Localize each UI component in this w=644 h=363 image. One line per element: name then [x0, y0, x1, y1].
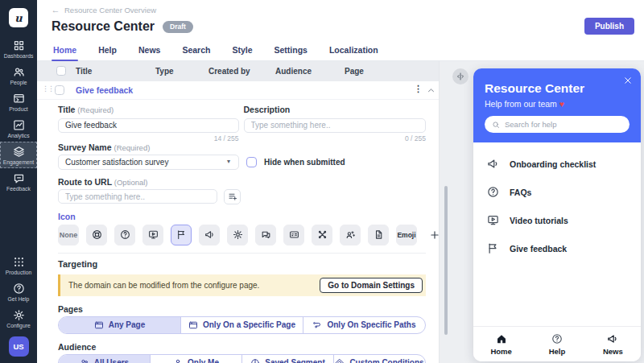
tab-news[interactable]: News [138, 39, 160, 60]
description-field-label: Description [244, 105, 427, 114]
sidebar-item-people[interactable]: People [0, 62, 37, 89]
icon-option-flag[interactable] [171, 225, 192, 245]
app: u Dashboards People Product Analytics En… [0, 0, 644, 363]
tab-localization[interactable]: Localization [329, 39, 378, 60]
route-add-button[interactable] [224, 189, 241, 204]
tab-search[interactable]: Search [182, 39, 210, 60]
row-title-link[interactable]: Give feedback [76, 85, 133, 95]
preview-item-faqs[interactable]: FAQs [473, 178, 641, 206]
icon-option-idcard[interactable] [283, 225, 304, 245]
preview-nav-home[interactable]: Home [473, 327, 529, 361]
sidebar-item-dashboards[interactable]: Dashboards [0, 35, 37, 62]
column-audience: Audience [275, 67, 312, 76]
drag-handle-icon[interactable]: ⋮⋮ [42, 85, 53, 93]
row-checkbox[interactable] [55, 85, 64, 95]
tab-bar: Home Help News Search Style Settings Loc… [37, 39, 644, 61]
tab-settings[interactable]: Settings [275, 39, 308, 60]
icon-option-lifebuoy[interactable] [86, 225, 107, 245]
audience-option-all-users[interactable]: All Users [59, 355, 150, 363]
pages-segmented-control: Any Page Only On a Specific Page Only On… [58, 316, 426, 334]
icon-option-people[interactable] [340, 225, 361, 245]
audience-option-saved-segment[interactable]: Saved Segment [242, 355, 333, 363]
publish-button[interactable]: Publish [584, 18, 634, 35]
sidebar-item-engagement[interactable]: Engagement [0, 142, 37, 168]
tab-home[interactable]: Home [53, 39, 76, 60]
icon-picker: None Emoji [58, 225, 426, 245]
audience-option-custom-conditions[interactable]: Custom Conditions [333, 355, 425, 363]
analytics-icon [13, 119, 25, 131]
sidebar-item-configure[interactable]: Configure [0, 305, 37, 332]
breadcrumb-label: Resource Center Overview [64, 6, 156, 14]
preview-nav-news[interactable]: News [585, 327, 641, 361]
question-circle-icon [487, 186, 499, 198]
pages-option-specific-page[interactable]: Only On a Specific Page [180, 317, 303, 333]
browser-icon [188, 320, 198, 330]
configure-icon [13, 309, 25, 321]
icon-option-gear[interactable] [227, 225, 248, 245]
lifebuoy-icon [92, 229, 102, 240]
get-help-icon [13, 283, 25, 295]
production-icon [13, 256, 25, 268]
sidebar-item-label: Production [6, 270, 32, 275]
icon-option-xbox[interactable] [312, 225, 332, 245]
product-icon [13, 93, 25, 105]
title-char-counter: 14 / 255 [58, 134, 239, 142]
domain-warning-text: The domain can be modified from the conf… [68, 281, 312, 290]
icon-option-document[interactable] [368, 225, 389, 245]
route-url-input[interactable] [58, 189, 217, 204]
go-to-domain-settings-button[interactable]: Go to Domain Settings [320, 278, 423, 293]
icon-option-video[interactable] [142, 225, 163, 245]
preview-search[interactable] [485, 116, 630, 133]
icon-option-megaphone[interactable] [199, 225, 220, 245]
diamond-icon [335, 358, 345, 363]
pages-label: Pages [58, 304, 426, 314]
preview-title: Resource Center [485, 81, 630, 96]
chat-bubbles-icon [261, 229, 271, 240]
icon-option-add[interactable] [424, 225, 440, 245]
preview-item-list: Onboarding checklist FAQs Video tutorial… [473, 142, 641, 270]
tab-style[interactable]: Style [232, 39, 252, 60]
sidebar-item-get-help[interactable]: Get Help [0, 278, 37, 305]
breadcrumb[interactable]: ← Resource Center Overview [52, 6, 156, 14]
icon-option-emoji[interactable]: Emoji [396, 225, 417, 245]
tab-help[interactable]: Help [98, 39, 117, 60]
select-all-checkbox[interactable] [56, 66, 66, 76]
people-icon [13, 66, 25, 78]
panel-resize-handle[interactable] [452, 68, 469, 85]
description-input[interactable] [244, 118, 427, 133]
audience-option-only-me[interactable]: Only Me [150, 355, 242, 363]
preview-search-input[interactable] [505, 120, 622, 129]
flag-icon [487, 242, 499, 254]
domain-warning-banner: The domain can be modified from the conf… [58, 274, 426, 296]
icon-option-none[interactable]: None [58, 225, 79, 245]
user-avatar[interactable]: US [9, 336, 29, 357]
hide-when-submitted-checkbox[interactable] [246, 157, 257, 167]
document-icon [374, 229, 384, 240]
megaphone-icon [487, 158, 499, 170]
pages-option-specific-paths[interactable]: Only On Specific Paths [303, 317, 425, 333]
pages-option-any-page[interactable]: Any Page [59, 317, 180, 333]
sidebar-item-label: Configure [6, 323, 30, 328]
preview-item-onboarding[interactable]: Onboarding checklist [473, 150, 641, 178]
preview-item-video-tutorials[interactable]: Video tutorials [473, 206, 641, 234]
row-menu-icon[interactable]: ⋮ [414, 85, 423, 93]
icon-option-chats[interactable] [255, 225, 276, 245]
title-input[interactable] [58, 118, 239, 133]
preview-item-give-feedback[interactable]: Give feedback [473, 234, 641, 262]
survey-select[interactable]: Customer satisfaction survey ▾ [58, 155, 239, 170]
chevron-up-icon[interactable] [427, 86, 436, 95]
close-icon[interactable] [623, 76, 633, 85]
sidebar-item-label: People [10, 80, 27, 85]
preview-nav-help[interactable]: Help [529, 327, 584, 361]
resize-icon [456, 72, 465, 81]
icon-option-question[interactable] [114, 225, 135, 245]
vertical-scrollbar[interactable] [444, 186, 448, 335]
sidebar-item-feedback[interactable]: Feedback [0, 168, 37, 195]
sidebar-item-production[interactable]: Production [0, 252, 37, 278]
app-logo[interactable]: u [9, 8, 28, 27]
engagement-icon [13, 146, 25, 158]
sidebar-item-product[interactable]: Product [0, 89, 37, 115]
people-sparkle-icon [345, 229, 356, 240]
preview-subtitle: Help from our team ♥ [485, 99, 630, 109]
sidebar-item-analytics[interactable]: Analytics [0, 115, 37, 142]
